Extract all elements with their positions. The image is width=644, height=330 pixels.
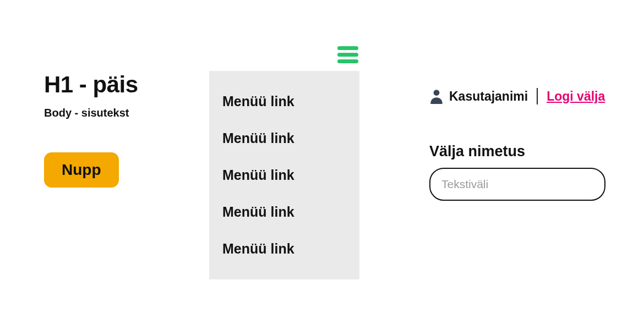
menu-panel: Menüü link Menüü link Menüü link Menüü l… (209, 71, 359, 279)
right-column: Kasutajanimi Logi välja Välja nimetus (391, 33, 611, 279)
menu-item[interactable]: Menüü link (222, 157, 346, 194)
text-input[interactable] (429, 168, 605, 201)
divider (537, 88, 538, 105)
menu-item[interactable]: Menüü link (222, 83, 346, 120)
svg-point-0 (434, 90, 440, 96)
left-column: H1 - päis Body - sisutekst Nupp (44, 33, 187, 279)
center-column: Menüü link Menüü link Menüü link Menüü l… (209, 33, 369, 279)
menu-item[interactable]: Menüü link (222, 230, 346, 267)
menu-item[interactable]: Menüü link (222, 194, 346, 230)
field-label: Välja nimetus (429, 143, 611, 160)
page-heading: H1 - päis (44, 72, 187, 98)
primary-button[interactable]: Nupp (44, 152, 119, 188)
user-row: Kasutajanimi Logi välja (429, 88, 611, 105)
menu-item[interactable]: Menüü link (222, 120, 346, 157)
logout-link[interactable]: Logi välja (547, 89, 605, 104)
body-text: Body - sisutekst (44, 107, 187, 119)
user-icon (429, 89, 444, 104)
hamburger-icon[interactable] (335, 44, 361, 65)
username-label: Kasutajanimi (449, 89, 528, 104)
